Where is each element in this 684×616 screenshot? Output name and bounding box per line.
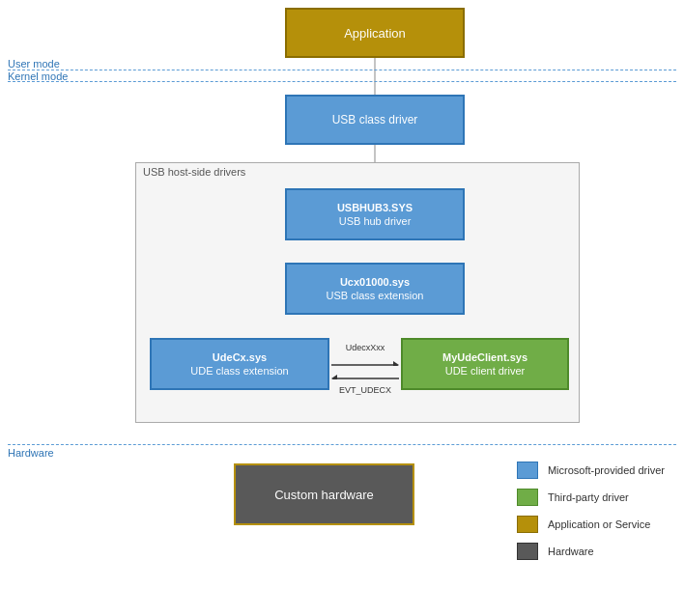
usb-host-label: USB host-side drivers bbox=[143, 166, 245, 178]
legend-color-appservice bbox=[517, 516, 538, 533]
hardware-label: Hardware bbox=[8, 447, 54, 459]
legend-item-appservice: Application or Service bbox=[517, 516, 665, 533]
application-box: Application bbox=[285, 8, 465, 58]
diagram-container: Application User mode Kernel mode USB cl… bbox=[0, 0, 684, 616]
user-mode-line bbox=[8, 70, 676, 70]
myude-box: MyUdeClient.sys UDE client driver bbox=[401, 338, 569, 390]
svg-marker-6 bbox=[393, 361, 399, 366]
legend-color-hardware bbox=[517, 543, 538, 560]
kernel-mode-line bbox=[8, 81, 676, 82]
application-label: Application bbox=[344, 26, 406, 41]
arrow-top-label: UdecxXxx bbox=[346, 343, 385, 352]
ucx-box: Ucx01000.sys USB class extension bbox=[285, 263, 465, 315]
svg-marker-8 bbox=[331, 375, 337, 379]
arrow-left-svg bbox=[331, 372, 399, 379]
myude-line2: UDE client driver bbox=[445, 365, 526, 377]
user-mode-label: User mode bbox=[8, 58, 60, 70]
udecx-line1: UdeCx.sys bbox=[213, 351, 267, 363]
legend-label-hardware: Hardware bbox=[548, 546, 594, 557]
custom-hardware-box: Custom hardware bbox=[234, 463, 414, 525]
legend: Microsoft-provided driver Third-party dr… bbox=[517, 462, 665, 560]
hardware-dashed-line bbox=[8, 444, 676, 445]
arrow-bottom-label: EVT_UDECX bbox=[339, 385, 391, 395]
udecx-line2: UDE class extension bbox=[190, 365, 289, 377]
legend-item-microsoft: Microsoft-provided driver bbox=[517, 462, 665, 479]
legend-label-appservice: Application or Service bbox=[548, 518, 650, 530]
arrows-area: UdecxXxx EVT_UDECX bbox=[329, 343, 401, 395]
myude-line1: MyUdeClient.sys bbox=[442, 351, 527, 363]
legend-color-microsoft bbox=[517, 462, 538, 479]
legend-item-thirdparty: Third-party driver bbox=[517, 489, 665, 506]
legend-item-hardware: Hardware bbox=[517, 543, 665, 560]
legend-label-thirdparty: Third-party driver bbox=[548, 491, 629, 503]
legend-label-microsoft: Microsoft-provided driver bbox=[548, 464, 665, 476]
legend-color-thirdparty bbox=[517, 489, 538, 506]
usb-class-driver-label: USB class driver bbox=[332, 113, 418, 126]
arrow-right-svg bbox=[331, 358, 399, 366]
usb-class-driver-box: USB class driver bbox=[285, 95, 465, 145]
custom-hardware-label: Custom hardware bbox=[274, 488, 374, 502]
usbhub-line1: USBHUB3.SYS bbox=[337, 202, 413, 213]
ucx-line1: Ucx01000.sys bbox=[340, 276, 410, 288]
usbhub-line2: USB hub driver bbox=[339, 215, 412, 227]
ucx-line2: USB class extension bbox=[327, 290, 424, 301]
usbhub-box: USBHUB3.SYS USB hub driver bbox=[285, 188, 465, 240]
udecx-box: UdeCx.sys UDE class extension bbox=[150, 338, 329, 390]
